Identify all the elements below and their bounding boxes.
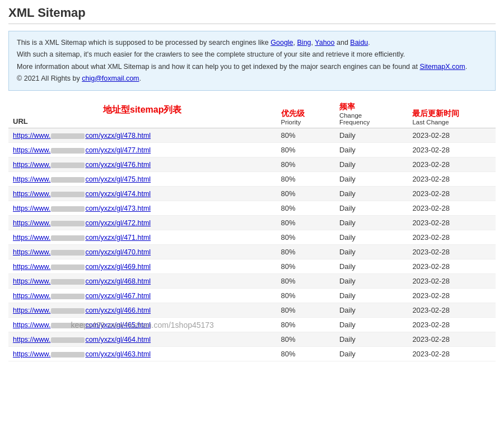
table-row: keeps499 www.huzhan.com/1shop45173https:… [8, 318, 496, 332]
priority-cell: 80% [277, 172, 335, 187]
frequency-cell: Daily [335, 201, 408, 216]
bing-link[interactable]: Bing [297, 39, 311, 47]
url-link[interactable]: https://www.com/yxzx/gl/472.html [13, 219, 151, 227]
url-link[interactable]: https://www.com/yxzx/gl/476.html [13, 161, 151, 169]
url-cell: https://www.com/yxzx/gl/464.html [8, 332, 277, 347]
frequency-cell: Daily [335, 172, 408, 187]
url-link[interactable]: https://www.com/yxzx/gl/466.html [13, 307, 151, 314]
lastchange-cell: 2023-02-28 [408, 201, 496, 216]
table-row: https://www.com/yxzx/gl/474.html80%Daily… [8, 187, 496, 201]
table-row: https://www.com/yxzx/gl/471.html80%Daily… [8, 230, 496, 245]
lastchange-en-label: Last Change [412, 119, 491, 126]
table-row: https://www.com/yxzx/gl/463.html80%Daily… [8, 347, 496, 361]
table-row: https://www.com/yxzx/gl/475.html80%Daily… [8, 172, 496, 187]
url-link[interactable]: https://www.com/yxzx/gl/474.html [13, 190, 151, 198]
priority-cell: 80% [277, 128, 335, 143]
url-cell: https://www.com/yxzx/gl/468.html [8, 274, 277, 289]
frequency-cell: Daily [335, 259, 408, 274]
priority-cell: 80% [277, 157, 335, 172]
url-cell: https://www.com/yxzx/gl/476.html [8, 157, 277, 172]
priority-cell: 80% [277, 216, 335, 230]
lastchange-cell: 2023-02-28 [408, 216, 496, 230]
domain-blur [51, 177, 85, 183]
domain-blur [51, 352, 85, 358]
priority-cell: 80% [277, 230, 335, 245]
table-row: https://www.com/yxzx/gl/472.html80%Daily… [8, 216, 496, 230]
section-title-zh: 地址型sitemap列表 [13, 104, 272, 116]
table-row: https://www.com/yxzx/gl/477.html80%Daily… [8, 143, 496, 157]
google-link[interactable]: Google [270, 39, 293, 47]
frequency-en-label: ChangeFrequency [339, 112, 404, 126]
lastchange-cell: 2023-02-28 [408, 259, 496, 274]
url-link[interactable]: https://www.com/yxzx/gl/473.html [13, 205, 151, 212]
url-link[interactable]: https://www.com/yxzx/gl/463.html [13, 350, 151, 358]
table-row: https://www.com/yxzx/gl/473.html80%Daily… [8, 201, 496, 216]
sitemapx-link[interactable]: SitemapX.com [419, 63, 465, 71]
frequency-cell: Daily [335, 318, 408, 332]
priority-cell: 80% [277, 274, 335, 289]
url-cell: https://www.com/yxzx/gl/467.html [8, 289, 277, 303]
yahoo-link[interactable]: Yahoo [315, 39, 334, 47]
url-link[interactable]: https://www.com/yxzx/gl/477.html [13, 146, 151, 154]
email-link[interactable]: chig@foxmail.com [82, 75, 139, 82]
page-title: XML Sitemap [8, 6, 496, 24]
priority-cell: 80% [277, 332, 335, 347]
url-link[interactable]: https://www.com/yxzx/gl/469.html [13, 263, 151, 271]
priority-cell: 80% [277, 143, 335, 157]
frequency-cell: Daily [335, 245, 408, 259]
lastchange-cell: 2023-02-28 [408, 303, 496, 318]
domain-blur [51, 221, 85, 226]
lastchange-cell: 2023-02-28 [408, 245, 496, 259]
table-row: https://www.com/yxzx/gl/478.html80%Daily… [8, 128, 496, 143]
url-cell: https://www.com/yxzx/gl/475.html [8, 172, 277, 187]
priority-cell: 80% [277, 303, 335, 318]
domain-blur [51, 148, 85, 154]
info-line1: This is a XML Sitemap which is supposed … [17, 37, 487, 49]
url-cell: https://www.com/yxzx/gl/463.html [8, 347, 277, 361]
priority-cell: 80% [277, 347, 335, 361]
url-link[interactable]: https://www.com/yxzx/gl/478.html [13, 132, 151, 140]
lastchange-cell: 2023-02-28 [408, 172, 496, 187]
lastchange-zh-label: 最后更新时间 [412, 109, 491, 119]
domain-blur [51, 250, 85, 256]
frequency-cell: Daily [335, 303, 408, 318]
frequency-cell: Daily [335, 332, 408, 347]
table-row: https://www.com/yxzx/gl/469.html80%Daily… [8, 259, 496, 274]
url-link[interactable]: https://www.com/yxzx/gl/467.html [13, 292, 151, 300]
domain-blur [51, 264, 85, 270]
frequency-cell: Daily [335, 143, 408, 157]
url-cell: https://www.com/yxzx/gl/466.html [8, 303, 277, 318]
frequency-cell: Daily [335, 216, 408, 230]
info-box: This is a XML Sitemap which is supposed … [8, 31, 496, 91]
url-cell: https://www.com/yxzx/gl/471.html [8, 230, 277, 245]
priority-cell: 80% [277, 201, 335, 216]
url-cell: https://www.com/yxzx/gl/473.html [8, 201, 277, 216]
table-row: https://www.com/yxzx/gl/464.html80%Daily… [8, 332, 496, 347]
domain-blur [51, 294, 85, 299]
priority-cell: 80% [277, 318, 335, 332]
url-link[interactable]: https://www.com/yxzx/gl/471.html [13, 234, 151, 242]
table-row: https://www.com/yxzx/gl/470.html80%Daily… [8, 245, 496, 259]
lastchange-cell: 2023-02-28 [408, 187, 496, 201]
url-link[interactable]: https://www.com/yxzx/gl/475.html [13, 175, 151, 183]
lastchange-cell: 2023-02-28 [408, 274, 496, 289]
url-link[interactable]: https://www.com/yxzx/gl/468.html [13, 277, 151, 285]
frequency-zh-label: 频率 [339, 102, 404, 112]
lastchange-cell: 2023-02-28 [408, 289, 496, 303]
col-header-frequency: 频率 ChangeFrequency [335, 100, 408, 128]
domain-blur [51, 308, 85, 314]
sitemap-table: 地址型sitemap列表 URL 优先级 Priority 频率 ChangeF… [8, 100, 496, 361]
url-link[interactable]: https://www.com/yxzx/gl/470.html [13, 248, 151, 256]
url-cell: keeps499 www.huzhan.com/1shop45173https:… [8, 318, 277, 332]
table-row: https://www.com/yxzx/gl/476.html80%Daily… [8, 157, 496, 172]
baidu-link[interactable]: Baidu [350, 39, 368, 47]
domain-blur [51, 235, 85, 241]
frequency-cell: Daily [335, 128, 408, 143]
url-link[interactable]: https://www.com/yxzx/gl/464.html [13, 336, 151, 344]
table-row: https://www.com/yxzx/gl/467.html80%Daily… [8, 289, 496, 303]
domain-blur [51, 163, 85, 168]
frequency-cell: Daily [335, 157, 408, 172]
url-link[interactable]: https://www.com/yxzx/gl/465.html [13, 321, 151, 329]
url-cell: https://www.com/yxzx/gl/469.html [8, 259, 277, 274]
domain-blur [51, 337, 85, 343]
